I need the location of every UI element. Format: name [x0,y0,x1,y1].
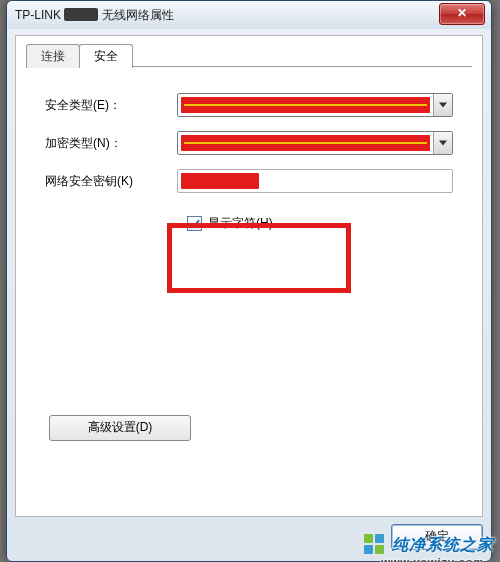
chevron-down-icon [439,102,447,108]
combo-security-type[interactable] [177,93,453,117]
combo-security-type-value-redacted [181,97,430,113]
combo-encryption-type[interactable] [177,131,453,155]
input-network-key[interactable] [177,169,453,193]
watermark: 纯净系统之家 www.ycwjzy.com [364,534,494,556]
tab-connection[interactable]: 连接 [26,44,80,68]
label-show-characters: 显示字符(H) [208,215,273,232]
watermark-logo-icon [364,534,386,556]
advanced-settings-button[interactable]: 高级设置(D) [49,415,191,441]
tab-security[interactable]: 安全 [79,44,133,68]
dialog-window: TP-LINK 无线网络属性 ✕ 连接 安全 安全类型(E)： [6,0,492,562]
close-icon: ✕ [457,6,467,20]
client-area: 连接 安全 安全类型(E)： 加密类型(N)： [15,35,483,517]
checkmark-icon [190,219,200,229]
input-network-key-value-redacted [181,173,259,189]
titlebar[interactable]: TP-LINK 无线网络属性 ✕ [7,1,491,29]
security-panel: 安全类型(E)： 加密类型(N)： [26,66,472,506]
row-encryption-type: 加密类型(N)： [27,131,471,155]
watermark-text: 纯净系统之家 [392,535,494,556]
label-encryption-type: 加密类型(N)： [27,135,177,152]
label-security-type: 安全类型(E)： [27,97,177,114]
close-button[interactable]: ✕ [439,3,485,25]
row-security-type: 安全类型(E)： [27,93,471,117]
label-network-key: 网络安全密钥(K) [27,173,177,190]
title-suffix: 无线网络属性 [102,8,174,22]
combo-security-type-arrow[interactable] [433,94,452,116]
row-network-key: 网络安全密钥(K) [27,169,471,193]
title-redacted [64,8,98,21]
row-show-characters: 显示字符(H) [179,207,471,240]
combo-encryption-type-value-redacted [181,135,430,151]
title-prefix: TP-LINK [15,8,61,22]
watermark-url: www.ycwjzy.com [381,556,484,562]
checkbox-show-characters[interactable] [187,216,202,231]
chevron-down-icon [439,140,447,146]
combo-encryption-type-arrow[interactable] [433,132,452,154]
tab-strip: 连接 安全 [26,44,132,68]
